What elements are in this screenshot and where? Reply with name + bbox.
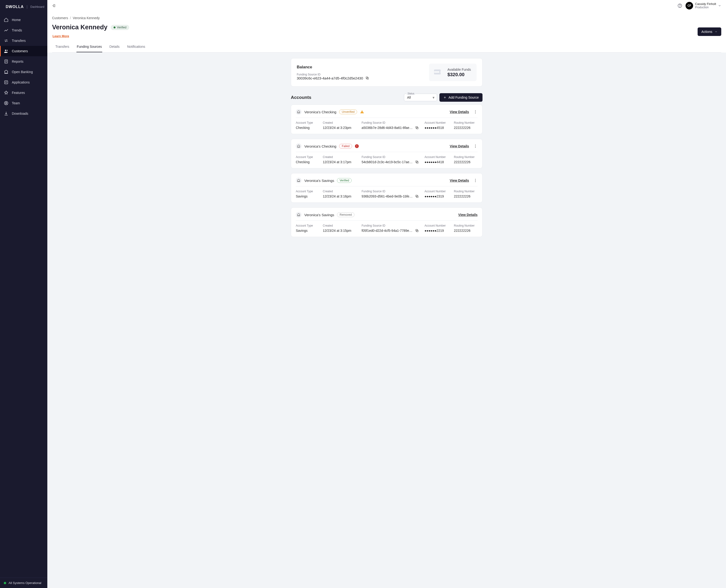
account-name: Veronica's Checking [304,110,336,114]
more-menu-icon[interactable] [473,144,478,148]
applications-icon [4,80,8,85]
label-account-type: Account Type [296,155,317,159]
svg-point-25 [475,182,476,182]
sidebar-item-label: Features [12,91,25,94]
account-card: Veronica's SavingsVerifiedView DetailsAc… [291,173,482,203]
help-icon[interactable] [678,3,682,8]
account-card: Veronica's CheckingFailed!View DetailsAc… [291,139,482,168]
brand-name: DWOLLA [6,5,24,9]
label-fsid: Funding Source ID [361,190,419,193]
main-panel: CF Cassidy Finholt Production Customers … [47,0,726,588]
copy-icon[interactable] [415,126,419,130]
status-filter[interactable]: Status All ▾ [404,94,437,101]
label-routing-number: Routing Number [454,224,478,227]
sidebar-item-downloads[interactable]: Downloads [0,108,47,119]
label-account-number: Account Number [424,224,448,227]
tabs: TransfersFunding SourcesDetailsNotificat… [52,42,721,52]
account-name: Veronica's Savings [304,213,334,217]
label-routing-number: Routing Number [454,121,478,124]
tab-notifications[interactable]: Notifications [127,42,146,52]
more-menu-icon[interactable] [473,110,478,114]
balance-title: Balance [297,65,369,69]
warning-icon [360,110,364,114]
account-created: 12/23/24 at 3:16pm [323,194,356,198]
account-fsid: f05f1ed0-d22d-4cf5-94a1-7789e013ca… [361,229,413,232]
svg-rect-11 [362,111,362,112]
label-fsid: Funding Source ID [361,155,419,159]
bank-icon [296,212,302,217]
actions-button[interactable]: Actions [698,27,721,36]
copy-icon[interactable] [415,160,419,164]
bank-icon [296,143,302,149]
content-body: Balance Funding Source ID 30039c6c-e623-… [47,52,726,588]
features-icon [4,90,8,95]
account-fsid: a5036b7e-28d6-4d43-8a61-8fae31a874… [361,126,413,130]
breadcrumb-root[interactable]: Customers [52,16,68,20]
view-details-link[interactable]: View Details [458,213,478,217]
label-account-number: Account Number [424,121,448,124]
sidebar-item-transfers[interactable]: Transfers [0,36,47,46]
account-created: 12/23/24 at 3:17pm [323,160,356,164]
tab-funding-sources[interactable]: Funding Sources [77,42,102,52]
label-account-type: Account Type [296,190,317,193]
sidebar-item-label: Downloads [12,112,28,115]
learn-more-link[interactable]: Learn More [53,34,69,38]
svg-point-0 [5,50,6,51]
sidebar-item-team[interactable]: Team [0,98,47,108]
svg-rect-3 [4,81,7,84]
system-status[interactable]: All Systems Operational [0,578,47,588]
account-number: ●●●●●●4518 [424,126,448,130]
svg-point-14 [475,112,476,112]
balance-fsid-label: Funding Source ID [297,73,369,76]
sidebar-item-customers[interactable]: Customers [0,46,47,56]
avatar: CF [686,2,693,9]
sidebar-item-reports[interactable]: Reports [0,56,47,67]
user-menu[interactable]: CF Cassidy Finholt Production [686,2,721,9]
sidebar-item-features[interactable]: Features [0,87,47,98]
copy-icon[interactable] [365,76,369,80]
plus-icon [443,96,447,99]
status-badge: Verified [111,25,129,30]
account-number: ●●●●●●4418 [424,160,448,164]
status-filter-value: All [407,96,411,99]
tab-transfers[interactable]: Transfers [55,42,70,52]
balance-fsid-value: 30039c6c-e623-4a44-a7d5-4f0c2d5e2430 [297,76,363,80]
label-created: Created [323,155,356,159]
user-env: Production [695,6,716,9]
sidebar-item-label: Team [12,101,20,105]
account-created: 12/23/24 at 3:23pm [323,126,356,130]
sidebar-collapse-button[interactable] [52,3,57,8]
customers-icon [4,49,8,54]
wallet-icon [433,67,443,77]
account-created: 12/23/24 at 3:15pm [323,229,356,232]
brand-block: DWOLLA | Dashboard [0,0,47,13]
funds-amount: $320.00 [448,72,471,77]
sidebar-item-open-banking[interactable]: Open Banking [0,67,47,77]
routing-number: 222222226 [454,194,478,198]
view-details-link[interactable]: View Details [450,110,469,114]
accounts-header: Accounts Status All ▾ Add Funding Source [291,93,482,102]
add-funding-source-button[interactable]: Add Funding Source [439,93,482,102]
sidebar-item-home[interactable]: Home [0,15,47,25]
sidebar-item-trends[interactable]: Trends [0,25,47,36]
system-status-text: All Systems Operational [8,581,41,585]
svg-point-13 [475,110,476,111]
sidebar-item-label: Transfers [12,39,26,43]
tab-details[interactable]: Details [109,42,120,52]
label-fsid: Funding Source ID [361,224,419,227]
account-number: ●●●●●●2219 [424,229,448,232]
copy-icon[interactable] [415,229,419,232]
breadcrumb-current: Veronica Kennedy [73,16,100,20]
view-details-link[interactable]: View Details [450,144,469,148]
breadcrumb: Customers / Veronica Kennedy [52,13,721,21]
accounts-title: Accounts [291,95,311,100]
more-menu-icon[interactable] [473,178,478,183]
copy-icon[interactable] [415,194,419,198]
sidebar-item-applications[interactable]: Applications [0,77,47,87]
reports-icon [4,59,8,64]
account-type: Checking [296,160,317,164]
routing-number: 222222226 [454,126,478,130]
accounts-list: Veronica's CheckingUnverifiedView Detail… [53,105,720,237]
view-details-link[interactable]: View Details [450,178,469,182]
trends-icon [4,28,8,33]
